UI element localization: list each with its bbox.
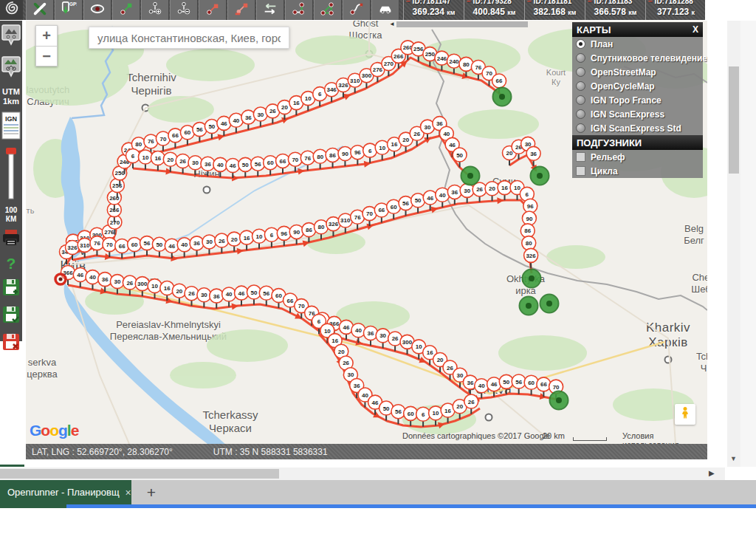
layer-option-openstreetmap[interactable]: OpenStreetMap: [572, 65, 703, 79]
vertical-scroll-thumb[interactable]: [729, 66, 739, 174]
city-label: Poltava: [467, 383, 512, 397]
status-bar: LAT, LNG : 52.669720°, 28.306270° UTM : …: [26, 444, 707, 459]
city-dot-icon: [664, 356, 673, 364]
city-label: serkvaцерква: [27, 357, 57, 380]
remove-segment-icon: [233, 1, 250, 20]
pegman-button[interactable]: [675, 404, 695, 425]
city-dot-icon: [142, 104, 150, 112]
google-logo[interactable]: Google: [30, 422, 78, 439]
tool-close-loop-button[interactable]: [314, 0, 342, 20]
zoom-slider[interactable]: [1, 148, 21, 201]
overlay-option-цикла[interactable]: Цикла: [572, 164, 703, 178]
right-gutter: [740, 21, 756, 467]
tool-reverse-route-button[interactable]: [256, 0, 284, 20]
city-label: ть: [27, 206, 35, 216]
horizontal-scroll-thumb[interactable]: [0, 469, 279, 479]
reverse-route-icon: [262, 1, 278, 20]
new-tab-button[interactable]: +: [140, 482, 162, 503]
tool-edit-tools-button[interactable]: [26, 0, 54, 20]
layer-option-план[interactable]: План: [572, 37, 703, 51]
tab-bottom-connector: [0, 504, 66, 508]
radio-icon[interactable]: [576, 39, 585, 49]
scale-bar: [573, 437, 607, 441]
map-top-scrollbar[interactable]: ◄: [389, 21, 528, 27]
move-point-icon: [205, 1, 221, 20]
svg-text:IGN: IGN: [5, 115, 17, 123]
route-slot[interactable]: − ID:7181183366.578 км: [585, 0, 645, 20]
tool-gps-export-button[interactable]: GPS: [55, 0, 83, 20]
vertical-scrollbar[interactable]: ▼: [727, 21, 740, 467]
city-label: TchЧ: [696, 351, 707, 374]
layer-option-opencyclemap[interactable]: OpenCycleMap: [572, 79, 703, 93]
layer-option-ign-topo-france[interactable]: IGN Topo France: [572, 93, 703, 107]
scale-text: 20 km: [543, 431, 565, 440]
tool-merge-points-button[interactable]: [285, 0, 313, 20]
terms-link[interactable]: Условия использования: [622, 431, 707, 444]
main-toolbar: GPS − ID:7181147369.234 км− ID:717932840…: [0, 0, 705, 20]
utm-grid-button[interactable]: UTM1km: [1, 87, 21, 106]
app-logo-button[interactable]: [0, 0, 23, 20]
route-slot[interactable]: − ID:7181147369.234 км: [403, 0, 464, 20]
tab-bar: Openrunner - Планировщ × +: [0, 480, 756, 504]
route-id: − ID:7181147: [404, 0, 464, 5]
tool-insert-point-button[interactable]: [141, 0, 169, 20]
layers-panel: КАРТЫ X ПланСпутниковое телевидениеOpenS…: [572, 22, 703, 178]
printer-icon: [1, 229, 21, 250]
radio-icon[interactable]: [576, 109, 585, 119]
layer-option-ign-scanexpress[interactable]: IGN ScanExpress: [572, 107, 703, 121]
zoom-in-button[interactable]: +: [35, 25, 58, 46]
delete-route-button[interactable]: [1, 332, 21, 355]
radio-icon[interactable]: [576, 95, 585, 105]
utm-readout: UTM : 35 N 588331 5836331: [213, 447, 328, 457]
scroll-right-icon[interactable]: ▶: [709, 469, 715, 477]
map-zoom-control: + −: [35, 25, 58, 66]
radio-icon[interactable]: [576, 53, 585, 63]
floppy-check-icon: [1, 305, 21, 327]
route-slot[interactable]: − ID:7179328400.845 км: [464, 0, 524, 20]
tool-free-draw-button[interactable]: [343, 0, 371, 20]
radio-icon[interactable]: [576, 81, 585, 91]
horizontal-scrollbar[interactable]: ▶: [0, 467, 725, 480]
tool-remove-segment-button[interactable]: [227, 0, 255, 20]
print-button[interactable]: [1, 229, 21, 250]
map-pin-cyclist-icon: [1, 55, 21, 82]
scroll-down-icon[interactable]: ▼: [730, 455, 737, 462]
ign-layer-button[interactable]: IGN: [1, 112, 21, 143]
radio-icon[interactable]: [576, 67, 585, 77]
route-slots: − ID:7181147369.234 км− ID:7179328400.84…: [403, 0, 705, 20]
layers-close-button[interactable]: X: [693, 24, 698, 35]
map-canvas[interactable]: TchernihivЧернігівlavoutytchСлавутичGhos…: [26, 21, 707, 444]
poi-marker-button-1[interactable]: [1, 24, 21, 50]
city-label: Pereiaslav-KhmelnytskyiПереяслав-Хмельни…: [110, 319, 227, 342]
tool-move-point-button[interactable]: [199, 0, 227, 20]
route-slot[interactable]: − ID:7181288377.123 к: [645, 0, 705, 20]
route-slot[interactable]: − ID:7181181382.168 км: [524, 0, 585, 20]
save-new-route-button[interactable]: [1, 278, 21, 300]
free-draw-icon: [348, 1, 365, 20]
poi-marker-button-2[interactable]: [1, 55, 21, 82]
scroll-track[interactable]: [396, 21, 528, 27]
tool-car-routing-button[interactable]: [371, 0, 399, 20]
delete-point-icon: [176, 1, 192, 20]
route-distance: 366.578 км: [585, 7, 645, 17]
tab-close-icon[interactable]: ×: [126, 487, 131, 499]
tool-extend-route-button[interactable]: [112, 0, 140, 20]
browser-tab[interactable]: Openrunner - Планировщ ×: [0, 480, 131, 504]
tool-delete-point-button[interactable]: [170, 0, 198, 20]
tool-toggle-visibility-button[interactable]: [83, 0, 111, 20]
checkbox-icon[interactable]: [576, 166, 585, 176]
search-input[interactable]: [89, 27, 289, 49]
save-route-button[interactable]: [1, 305, 21, 327]
overlay-option-рельеф[interactable]: Рельеф: [572, 150, 703, 164]
layer-option-спутниковое-телевидение[interactable]: Спутниковое телевидение: [572, 51, 703, 65]
scroll-left-icon[interactable]: ◄: [389, 21, 395, 27]
checkbox-icon[interactable]: [576, 152, 585, 162]
route-id: − ID:7181288: [646, 0, 705, 5]
gps-export-icon: GPS: [61, 1, 77, 20]
help-button[interactable]: ?: [1, 255, 21, 273]
zoom-out-button[interactable]: −: [35, 46, 58, 66]
city-label: Ніжин: [193, 168, 219, 180]
radio-icon[interactable]: [576, 123, 585, 133]
layer-option-ign-scanexpress-std[interactable]: IGN ScanExpress Std: [572, 121, 703, 135]
page: GPS − ID:7181147369.234 км− ID:717932840…: [0, 0, 756, 548]
